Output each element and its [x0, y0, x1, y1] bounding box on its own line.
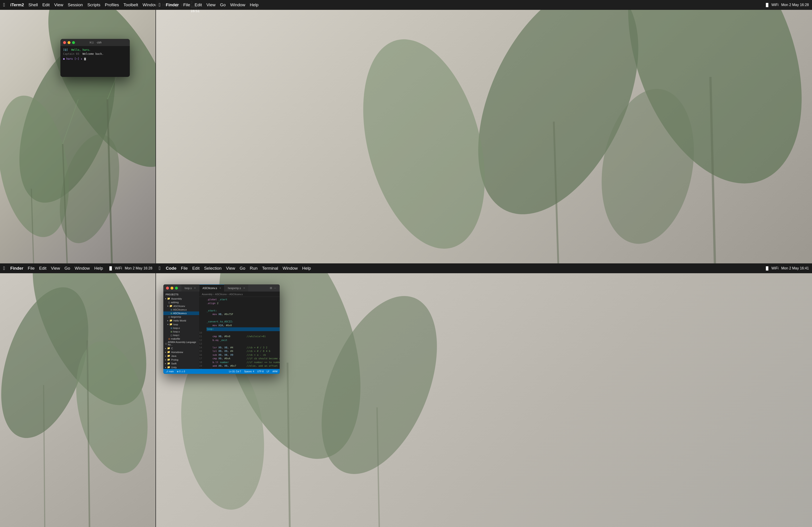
- close-button[interactable]: [63, 41, 66, 44]
- sidebar-item-loop[interactable]: ▾ 📁 loop: [163, 322, 199, 326]
- tab-close-asciicons[interactable]: ✕: [219, 287, 221, 289]
- vscode-minimize-button[interactable]: [171, 287, 173, 289]
- menu-terminal[interactable]: Terminal: [262, 266, 278, 271]
- tab-label-asciicons: ASCIIconv.s: [203, 287, 217, 290]
- code-line-blank1: [206, 305, 280, 309]
- menu-finder-bl[interactable]: Finder: [10, 266, 23, 271]
- apple-menu-icon[interactable]: : [3, 2, 5, 8]
- menu-profiles[interactable]: Profiles: [105, 2, 119, 7]
- menu-session[interactable]: Session: [68, 2, 83, 7]
- code-line-beq: b.eq _exit: [206, 338, 280, 342]
- vscode-titlebar: loop.s ✕ ASCIIconv.s ✕ heapxmp.s ✕ ⊟ ···: [163, 284, 280, 291]
- vscode-split-icon[interactable]: ⊟: [270, 286, 272, 289]
- menu-file-tr[interactable]: File: [183, 2, 190, 7]
- menu-window-br[interactable]: Window: [282, 266, 298, 271]
- statusbar-encoding[interactable]: UTF-8: [257, 370, 264, 373]
- statusbar-spaces[interactable]: Spaces: 4: [244, 370, 254, 373]
- menu-shell[interactable]: Shell: [28, 2, 38, 7]
- menu-edit-tr[interactable]: Edit: [195, 2, 202, 7]
- menu-help-bl[interactable]: Help: [94, 266, 103, 271]
- sidebar-item-assembly[interactable]: ▾ 📁 Assembly: [163, 297, 199, 301]
- sidebar-item-begxnmp[interactable]: ◻ begxnmp: [163, 315, 199, 319]
- menu-edit-br[interactable]: Edit: [192, 266, 200, 271]
- menu-view-bl[interactable]: View: [51, 266, 60, 271]
- menu-window-tr[interactable]: Window: [230, 2, 245, 7]
- sidebar-item-helloworld[interactable]: ▸ 📁 Hello World: [163, 319, 199, 322]
- vscode-close-button[interactable]: [166, 287, 169, 289]
- menu-iterm2[interactable]: iTerm2: [10, 2, 24, 7]
- menu-view-br[interactable]: View: [226, 266, 235, 271]
- menu-finder[interactable]: Finder: [166, 2, 179, 7]
- folder-icon-c: 📁: [167, 347, 170, 350]
- apple-menu-icon-tr[interactable]: : [159, 2, 160, 8]
- code-line-cmp2: cmp X9, #0xA //if cb should become a cha…: [206, 357, 280, 361]
- chevron-right-icon-hw: ▸: [168, 319, 169, 322]
- menu-run[interactable]: Run: [250, 266, 258, 271]
- sidebar-item-asciionvs[interactable]: ⊞ ASCIIconv.s: [163, 312, 199, 315]
- menu-view-tr[interactable]: View: [206, 2, 216, 7]
- tab-heapxmp-s[interactable]: heapxmp.s ✕: [224, 284, 248, 291]
- breadcrumb-file[interactable]: ASCIIconv.s: [229, 293, 243, 296]
- plant-svg-tr: [156, 10, 812, 264]
- menu-code[interactable]: Code: [166, 266, 176, 271]
- sidebar-item-unity[interactable]: ▸ 📁 Unity: [163, 365, 199, 369]
- breadcrumb-sep1: ›: [214, 293, 214, 296]
- tab-close-heapxmp[interactable]: ✕: [243, 287, 245, 289]
- sidebar-label-asciifolder: ASCIIconv: [173, 305, 185, 307]
- menu-view[interactable]: View: [54, 2, 63, 7]
- sidebar-label-java: Java: [171, 355, 176, 357]
- menu-go-bl[interactable]: Go: [64, 266, 70, 271]
- menu-selection[interactable]: Selection: [204, 266, 221, 271]
- sidebar-item-asciifolder[interactable]: ▾ 📁 ASCIIconv: [163, 304, 199, 308]
- vscode-more-icon[interactable]: ···: [274, 286, 276, 289]
- sidebar-label-begxnmp: begxnmp: [171, 316, 181, 318]
- maximize-button[interactable]: [72, 41, 75, 44]
- menu-edit-bl[interactable]: Edit: [39, 266, 46, 271]
- menu-file-bl[interactable]: File: [28, 266, 35, 271]
- menu-file-br[interactable]: File: [181, 266, 188, 271]
- sidebar-item-loops[interactable]: ⊞ loop.s: [163, 330, 199, 333]
- tab-close-loop[interactable]: ✕: [194, 287, 196, 289]
- sidebar-item-swift[interactable]: ▸ 📁 Swift: [163, 362, 199, 365]
- apple-menu-icon-bl[interactable]: : [3, 266, 5, 271]
- menu-scripts[interactable]: Scripts: [87, 2, 100, 7]
- menu-go-tr[interactable]: Go: [220, 2, 226, 7]
- breadcrumb-sep2: ›: [228, 293, 229, 296]
- sidebar-item-addreg[interactable]: ◻ addreg: [163, 301, 199, 304]
- apple-menu-icon-br[interactable]: : [159, 266, 160, 271]
- sidebar-item-loopt[interactable]: ◻ loop.t: [163, 333, 199, 337]
- vscode-editor[interactable]: Assembly › ASCIIconv › ASCIIconv.s: [199, 291, 280, 369]
- sidebar-item-c[interactable]: ▸ 📁 C: [163, 346, 199, 350]
- breadcrumb-assembly[interactable]: Assembly: [202, 293, 213, 296]
- vscode-maximize-button[interactable]: [175, 287, 178, 289]
- chevron-right-icon-swift: ▸: [165, 362, 166, 365]
- sidebar-item-arm64[interactable]: ◻ ARM64 Assembly Language No...: [163, 341, 199, 346]
- statusbar-branch[interactable]: ⎇ main: [165, 370, 174, 373]
- statusbar-errors[interactable]: ⊗ 0 ⚠ 0: [177, 370, 185, 373]
- menu-window-bl[interactable]: Window: [75, 266, 90, 271]
- menu-help-br[interactable]: Help: [302, 266, 311, 271]
- code-line-mov-x10: mov X10, #0x0: [206, 324, 280, 328]
- code-area[interactable]: 10 11 12 13 14 15 16 17 18 19 20 21 22 2…: [199, 297, 280, 369]
- sidebar-item-makefile[interactable]: ⊞ makefile: [163, 337, 199, 341]
- sidebar-label-loopo: loop.o: [173, 327, 180, 329]
- code-line-cmp1: cmp X8, #0x0 //while(a!=0): [206, 335, 280, 338]
- sidebar-item-loopo[interactable]: ⊞ loop.o: [163, 326, 199, 330]
- sidebar-item-asciionvo[interactable]: ⊞ ASCIIconv.o: [163, 308, 199, 312]
- minimize-button[interactable]: [68, 41, 71, 44]
- sidebar-item-prolog[interactable]: ▸ 📁 Prolog: [163, 358, 199, 362]
- statusbar-eol[interactable]: LF: [267, 370, 270, 373]
- menu-toolbelt[interactable]: Toolbelt: [124, 2, 138, 7]
- breadcrumb-asciicov[interactable]: ASCIIconv: [215, 293, 227, 296]
- sidebar-item-java[interactable]: ▸ 📁 Java: [163, 354, 199, 358]
- tab-loop-s[interactable]: loop.s ✕: [182, 284, 199, 291]
- code-line-global: .global _start: [206, 298, 280, 302]
- code-lines[interactable]: .global _start .align 2 _start: mov X8, …: [204, 298, 280, 369]
- menu-go-br[interactable]: Go: [240, 266, 245, 271]
- sidebar-item-homebrew[interactable]: ▸ 📁 Homebrew: [163, 350, 199, 354]
- statusbar-language[interactable]: ARM: [273, 370, 277, 373]
- tab-asciicons-s[interactable]: ASCIIconv.s ✕: [199, 284, 224, 291]
- wifi-icon-tr: WiFi: [771, 3, 779, 7]
- menu-edit[interactable]: Edit: [42, 2, 50, 7]
- menu-help-tr[interactable]: Help: [250, 2, 258, 7]
